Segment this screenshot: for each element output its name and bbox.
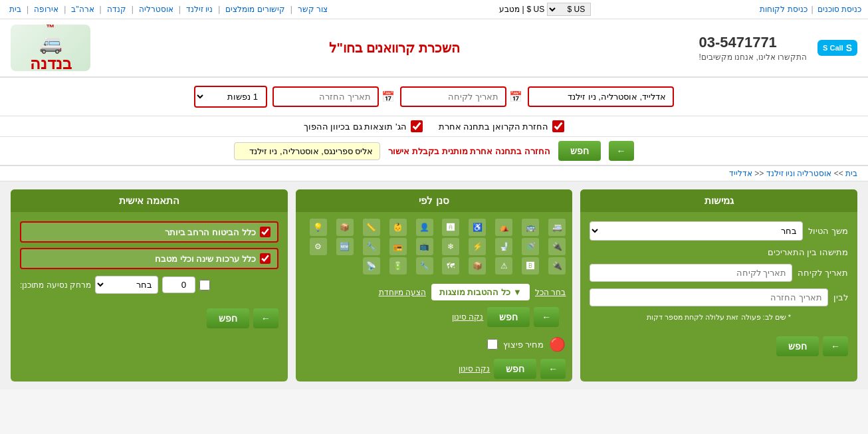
icon-child[interactable]: 👶 xyxy=(389,219,407,236)
nav-europe[interactable]: אירופה xyxy=(34,5,58,14)
icon-box2[interactable]: 📦 xyxy=(469,257,486,274)
return-date-row: לבין xyxy=(590,288,848,306)
distance-row: 0 בחר 100 ק"מ 500 ק"מ 1000 ק"מ ללא הגבלה… xyxy=(20,276,278,294)
reverse-direction-checkbox[interactable] xyxy=(411,120,423,132)
icon-tv[interactable]: 📺 xyxy=(416,238,433,255)
nav-links[interactable]: קישורים מומלצים xyxy=(225,5,284,14)
phone-area: 03-5471771 התקשרו אלינו, אנחנו מקשיבים! xyxy=(699,34,807,62)
icon-gear[interactable]: ⚙ xyxy=(310,238,327,255)
clear-all-link[interactable]: בחר הכל xyxy=(535,288,566,297)
return-arrow-button[interactable]: ← xyxy=(609,141,634,161)
icon-plug2[interactable]: 🔌 xyxy=(548,257,566,274)
col-missions-bottom: ← חפש xyxy=(580,331,857,362)
checkboxes-row: החזרת הקרואן בתחנה אחרת הג' תוצאות גם בכ… xyxy=(0,116,868,137)
return-date-input[interactable] xyxy=(272,86,379,107)
icon-tent[interactable]: ⛺ xyxy=(495,219,512,236)
currency-label: US $ xyxy=(527,5,545,14)
nav-canada[interactable]: קנדה xyxy=(107,5,126,14)
icon-ac[interactable]: ❄ xyxy=(442,238,459,255)
date-between-row: מתישהו בין התאריכים xyxy=(590,247,848,257)
main-columns: גמישות משך הטיול בחר מתישהו בין התאריכים… xyxy=(0,181,868,389)
age-arrow-btn[interactable]: ← xyxy=(534,307,559,327)
icon-wrench[interactable]: 🔧 xyxy=(416,257,433,274)
icon-wheelchair[interactable]: ♿ xyxy=(469,219,486,236)
pickup-calendar-icon[interactable]: 📅 xyxy=(509,90,522,103)
personal-search-btn[interactable]: חפש xyxy=(207,308,249,328)
missions-action-buttons: ← חפש xyxy=(776,336,848,356)
icon-storage[interactable]: 📦 xyxy=(336,219,354,236)
icon-b[interactable]: 🅱 xyxy=(522,257,539,274)
icon-size[interactable]: 📏 xyxy=(363,219,380,236)
naka2-link[interactable]: נקה סינון xyxy=(459,364,490,374)
col-age-header: סנן לפי xyxy=(296,189,573,212)
col-pickup-date-input[interactable] xyxy=(590,264,792,282)
nav-home[interactable]: בית xyxy=(9,5,21,14)
icon-radio[interactable]: 📻 xyxy=(389,238,407,255)
age-arrow-btn2[interactable]: ← xyxy=(540,359,566,379)
icon-light[interactable]: 💡 xyxy=(310,219,327,236)
price-checkbox[interactable] xyxy=(487,339,498,350)
pickup-date-group: 📅 xyxy=(400,86,522,107)
reverse-direction-item: הג' תוצאות גם בכיוון ההפוך xyxy=(304,120,423,132)
destination-input[interactable] xyxy=(528,86,674,107)
icon-auto[interactable]: 🅰 xyxy=(442,219,459,236)
return-calendar-icon[interactable]: 📅 xyxy=(381,90,395,103)
reverse-direction-label[interactable]: הג' תוצאות גם בכיוון ההפוך xyxy=(304,122,407,132)
return-other-station-checkbox[interactable] xyxy=(552,120,564,132)
col-return-date-input[interactable] xyxy=(590,288,828,306)
icon-tools[interactable]: 🔧 xyxy=(363,238,380,255)
nav-login-agents[interactable]: כניסת סוכנים xyxy=(817,5,861,14)
icon-new[interactable]: 🆕 xyxy=(336,238,354,255)
icon-plug[interactable]: 🔌 xyxy=(548,238,566,255)
missions-search-btn[interactable]: חפש xyxy=(776,336,819,356)
insurance-checkbox[interactable] xyxy=(260,227,271,237)
col-pickup-date-label: תאריך לקיחה xyxy=(798,268,848,278)
main-nav-links: בית | אירופה | ארה"ב | קנדה | אוסטרליה |… xyxy=(7,5,330,14)
nav-newzealand[interactable]: ניו זילנד xyxy=(186,5,213,14)
breadcrumb-dest2[interactable]: אדלייד xyxy=(729,169,752,178)
special-offer-label[interactable]: הצעה מיוחדת xyxy=(379,288,426,297)
distance-checkbox[interactable] xyxy=(199,280,210,290)
nav-contact[interactable]: צור קשר xyxy=(298,5,328,14)
insurance-label[interactable]: כלל הביטוח הרחב ביותר xyxy=(165,227,256,237)
breadcrumb-home[interactable]: בית xyxy=(845,169,857,178)
icon-shower[interactable]: 🚿 xyxy=(522,238,539,255)
passengers-select[interactable]: 1 נפשות 2 נפשות 3 נפשות 4 נפשות 5 נפשות … xyxy=(194,86,267,108)
age-search-btn2[interactable]: חפש xyxy=(494,359,536,379)
pickup-date-input[interactable] xyxy=(400,86,506,107)
return-other-station-label[interactable]: החזרת הקרואן בתחנה אחרת xyxy=(439,122,549,132)
bedding-checkbox[interactable] xyxy=(260,253,271,264)
icon-map[interactable]: 🗺 xyxy=(442,257,459,274)
trip-type-select[interactable]: בחר xyxy=(590,221,803,241)
age-search-btn[interactable]: חפש xyxy=(487,307,530,327)
icon-cable[interactable]: 🔋 xyxy=(389,257,407,274)
icon-toilet[interactable]: 🚽 xyxy=(495,238,512,255)
naka1-link[interactable]: נקה סינון xyxy=(452,312,483,322)
logo-text: בנדנה xyxy=(30,54,72,71)
page-header: S S Call 03-5471771 התקשרו אלינו, אנחנו … xyxy=(0,19,868,78)
icon-adult[interactable]: 👤 xyxy=(416,219,433,236)
return-station-input[interactable] xyxy=(234,142,380,160)
price-dot-icon: 🔴 xyxy=(549,336,566,352)
nav-usa[interactable]: ארה"ב xyxy=(71,5,94,14)
price-label: מחיר פיצוץ xyxy=(503,340,544,350)
missions-arrow-btn[interactable]: ← xyxy=(823,336,848,356)
trip-type-label: משך הטיול xyxy=(808,226,848,236)
icon-satellite[interactable]: 📡 xyxy=(363,257,380,274)
icon-warn[interactable]: ⚠ xyxy=(495,257,512,274)
nav-register-customers[interactable]: כניסת לקוחות xyxy=(760,5,807,14)
skype-icon[interactable]: S S Call xyxy=(817,40,857,56)
icon-electric[interactable]: ⚡ xyxy=(469,238,486,255)
distance-select[interactable]: בחר 100 ק"מ 500 ק"מ 1000 ק"מ ללא הגבלה xyxy=(95,276,158,294)
nav-australia[interactable]: אוסטרליה xyxy=(139,5,173,14)
search-bar: 📅 📅 1 נפשות 2 נפשות 3 נפשות 4 נפשות 5 נפ… xyxy=(0,78,868,116)
return-search-button[interactable]: חפש xyxy=(558,141,601,161)
currency-dropdown[interactable]: US $ EUR € xyxy=(547,3,591,16)
icon-bus[interactable]: 🚌 xyxy=(522,219,539,236)
personal-arrow-btn[interactable]: ← xyxy=(253,308,278,328)
icon-caravan[interactable]: 🚐 xyxy=(548,219,566,236)
all-amenities-btn[interactable]: ▼ כל ההטבות מוצגות xyxy=(431,284,530,300)
bedding-label[interactable]: כלל ערכות שינה וכלי מטבח xyxy=(155,254,255,264)
breadcrumb-dest1[interactable]: אוסטרליה וניו זילנד xyxy=(766,169,832,178)
distance-input[interactable]: 0 xyxy=(162,276,195,293)
